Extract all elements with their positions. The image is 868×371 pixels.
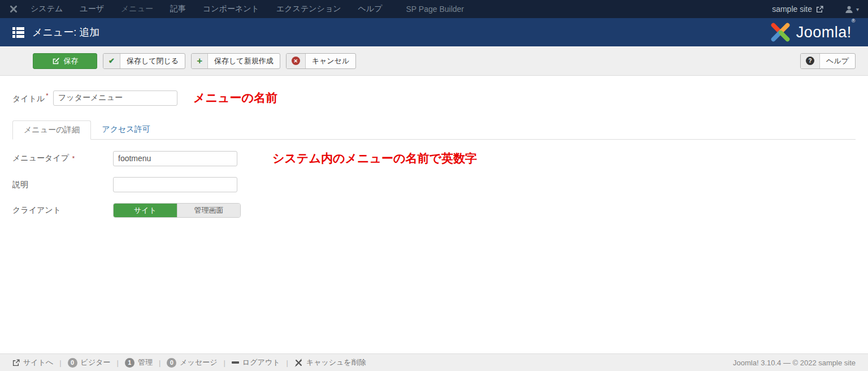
external-link-icon (816, 6, 823, 13)
help-icon: ? (801, 54, 820, 68)
topnav-item-system[interactable]: システム (31, 4, 63, 14)
admins-label: 管理 (138, 357, 153, 368)
help-button[interactable]: ? ヘルプ (800, 53, 856, 69)
description-label: 説明 (12, 180, 113, 190)
messages-badge: 0 (167, 358, 176, 368)
admins-status: 1 管理 (125, 357, 153, 368)
view-site-link[interactable]: sample site (772, 5, 823, 14)
menutype-label: メニュータイプ * (12, 153, 113, 163)
view-site-footer-label: サイトへ (23, 357, 53, 368)
topnav-item-menus[interactable]: メニュー (121, 4, 153, 14)
visitors-badge: 0 (68, 358, 77, 368)
clear-cache-label: キャッシュを削除 (306, 357, 366, 368)
clear-cache-icon (294, 359, 303, 367)
user-icon (845, 5, 853, 14)
separator: | (117, 359, 119, 367)
topnav-item-extensions[interactable]: エクステンション (276, 4, 341, 14)
joomla-logo-text: Joomla!® (796, 24, 856, 41)
topnav: システム ユーザ メニュー 記事 コンポーネント エクステンション ヘルプ SP… (31, 4, 464, 14)
messages-label: メッセージ (180, 357, 217, 368)
menutype-field-row: メニュータイプ * システム内のメニューの名前で英数字 (12, 150, 856, 166)
client-toggle: サイト 管理画面 (113, 203, 241, 218)
description-input[interactable] (113, 177, 237, 192)
visitors-label: ビジター (81, 357, 111, 368)
save-button[interactable]: 保存 (33, 53, 97, 69)
admins-badge: 1 (125, 358, 134, 368)
clear-cache-link[interactable]: キャッシュを削除 (294, 357, 366, 368)
menu-list-icon (12, 27, 24, 38)
save-new-button[interactable]: + 保存して新規作成 (191, 53, 280, 69)
visitors-status: 0 ビジター (68, 357, 111, 368)
logout-link[interactable]: ログアウト (232, 357, 280, 368)
external-link-icon (12, 359, 20, 366)
topnav-item-help[interactable]: ヘルプ (358, 4, 383, 14)
joomla-logo: Joomla!® (769, 21, 856, 44)
title-label: タイトル* (12, 92, 53, 104)
client-admin-button[interactable]: 管理画面 (177, 204, 240, 217)
page-header: メニュー: 追加 Joomla!® (0, 18, 868, 46)
save-new-label: 保存して新規作成 (208, 54, 280, 68)
status-bar: サイトへ | 0 ビジター | 1 管理 | 0 メッセージ | ログアウト |… (0, 353, 868, 371)
topnav-item-content[interactable]: 記事 (170, 4, 186, 14)
joomla-logo-icon (769, 21, 792, 44)
tab-permissions[interactable]: アクセス許可 (91, 120, 160, 139)
page-title: メニュー: 追加 (32, 25, 99, 39)
required-mark: * (72, 155, 75, 162)
separator: | (286, 359, 288, 367)
logout-icon (232, 361, 239, 364)
admin-topbar: システム ユーザ メニュー 記事 コンポーネント エクステンション ヘルプ SP… (0, 0, 868, 18)
save-close-button[interactable]: ✔ 保存して閉じる (103, 53, 185, 69)
cancel-icon: ✕ (287, 54, 306, 68)
topnav-item-components[interactable]: コンポーネント (203, 4, 259, 14)
user-menu[interactable]: ▾ (845, 5, 859, 14)
client-site-button[interactable]: サイト (114, 204, 177, 217)
edit-save-icon (52, 57, 60, 65)
title-field-row: タイトル* メニューの名前 (12, 90, 856, 106)
site-link-label: sample site (772, 5, 812, 14)
tab-bar: メニューの詳細 アクセス許可 (12, 120, 856, 140)
save-button-label: 保存 (64, 56, 79, 66)
chevron-down-icon: ▾ (856, 6, 859, 12)
cancel-button[interactable]: ✕ キャンセル (286, 53, 357, 69)
toolbar: 保存 ✔ 保存して閉じる + 保存して新規作成 ✕ キャンセル ? ヘルプ (0, 46, 868, 76)
view-site-footer-link[interactable]: サイトへ (12, 357, 53, 368)
topnav-item-users[interactable]: ユーザ (80, 4, 104, 14)
save-close-label: 保存して閉じる (120, 54, 185, 68)
check-icon: ✔ (103, 54, 120, 68)
menutype-input[interactable] (113, 151, 237, 166)
topbar-right: sample site ▾ (772, 5, 859, 14)
separator: | (224, 359, 225, 367)
joomla-x-icon (9, 5, 18, 14)
logout-label: ログアウト (242, 357, 280, 368)
title-annotation: メニューの名前 (193, 90, 277, 106)
title-input[interactable] (53, 90, 177, 106)
help-button-label: ヘルプ (820, 54, 855, 68)
client-field-row: クライアント サイト 管理画面 (12, 203, 856, 218)
tab-menu-details[interactable]: メニューの詳細 (12, 120, 91, 140)
menutype-annotation: システム内のメニューの名前で英数字 (272, 150, 477, 166)
required-mark: * (46, 92, 48, 99)
version-copyright: Joomla! 3.10.4 — © 2022 sample site (733, 359, 856, 367)
messages-status[interactable]: 0 メッセージ (167, 357, 217, 368)
cancel-button-label: キャンセル (306, 54, 356, 68)
client-label: クライアント (12, 205, 113, 215)
plus-icon: + (192, 54, 208, 68)
separator: | (159, 359, 160, 367)
topnav-item-sp-page-builder[interactable]: SP Page Builder (406, 5, 464, 14)
description-field-row: 説明 (12, 177, 856, 192)
main-content: タイトル* メニューの名前 メニューの詳細 アクセス許可 メニュータイプ * シ… (0, 76, 868, 353)
separator: | (59, 359, 61, 367)
